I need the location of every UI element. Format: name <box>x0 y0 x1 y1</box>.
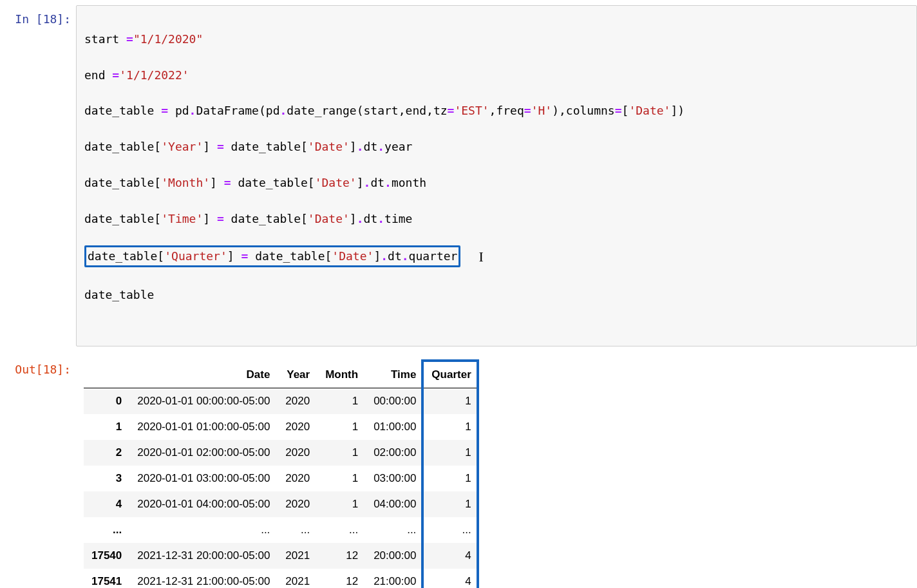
cell-time: 03:00:00 <box>366 466 424 491</box>
cell-month: 12 <box>317 543 366 569</box>
row-index: 1 <box>84 414 129 440</box>
cell-month: 1 <box>317 491 366 517</box>
col-index <box>84 362 129 388</box>
table-row: 175412021-12-31 21:00:00-05:0020211221:0… <box>84 569 479 588</box>
table-row: 22020-01-01 02:00:00-05:002020102:00:001 <box>84 440 479 466</box>
row-index: 17541 <box>84 569 129 588</box>
cell-year: 2021 <box>278 569 317 588</box>
cell-year: 2020 <box>278 491 317 517</box>
dataframe-table: Date Year Month Time Quarter 02020-01-01… <box>84 362 479 588</box>
in-prompt: In [18]: <box>0 5 76 26</box>
cell-month: 1 <box>317 388 366 415</box>
cell-time: 04:00:00 <box>366 491 424 517</box>
code-line-6[interactable]: date_table['Time'] = date_table['Date'].… <box>84 210 909 228</box>
cell-quarter: 4 <box>424 543 478 569</box>
code-line-2[interactable]: end ='1/1/2022' <box>84 66 909 84</box>
cell-date: 2020-01-01 00:00:00-05:00 <box>129 388 278 415</box>
cell-time: 01:00:00 <box>366 414 424 440</box>
col-month: Month <box>317 362 366 388</box>
code-line-1[interactable]: start ="1/1/2020" <box>84 30 909 48</box>
cell-year: 2020 <box>278 414 317 440</box>
output-cell: Out[18]: Date Year Month Time Quarter <box>0 356 917 588</box>
dataframe-wrap: Date Year Month Time Quarter 02020-01-01… <box>84 362 479 588</box>
col-time: Time <box>366 362 424 388</box>
table-header-row: Date Year Month Time Quarter <box>84 362 479 388</box>
cell-time: 20:00:00 <box>366 543 424 569</box>
highlight-box-code: date_table['Quarter'] = date_table['Date… <box>84 245 460 267</box>
row-index: 0 <box>84 388 129 415</box>
table-row: 32020-01-01 03:00:00-05:002020103:00:001 <box>84 466 479 491</box>
code-line-5[interactable]: date_table['Month'] = date_table['Date']… <box>84 174 909 192</box>
cell-quarter: 1 <box>424 466 478 491</box>
cell-time: 02:00:00 <box>366 440 424 466</box>
col-year: Year <box>278 362 317 388</box>
col-date: Date <box>129 362 278 388</box>
table-row: 02020-01-01 00:00:00-05:002020100:00:001 <box>84 388 479 415</box>
cell-date: 2020-01-01 02:00:00-05:00 <box>129 440 278 466</box>
cell-quarter: 1 <box>424 388 478 415</box>
table-row: .................. <box>84 517 479 543</box>
row-index: 17540 <box>84 543 129 569</box>
cell-time: ... <box>366 517 424 543</box>
input-cell: In [18]: start ="1/1/2020" end ='1/1/202… <box>0 5 917 346</box>
cell-date: 2020-01-01 03:00:00-05:00 <box>129 466 278 491</box>
cell-time: 00:00:00 <box>366 388 424 415</box>
cell-quarter: ... <box>424 517 478 543</box>
cell-year: 2020 <box>278 388 317 415</box>
output-area: Date Year Month Time Quarter 02020-01-01… <box>76 356 917 588</box>
cell-year: 2020 <box>278 440 317 466</box>
cell-date: ... <box>129 517 278 543</box>
cell-year: 2020 <box>278 466 317 491</box>
cell-year: 2021 <box>278 543 317 569</box>
cell-quarter: 4 <box>424 569 478 588</box>
table-row: 42020-01-01 04:00:00-05:002020104:00:001 <box>84 491 479 517</box>
cell-month: 1 <box>317 440 366 466</box>
cell-time: 21:00:00 <box>366 569 424 588</box>
code-editor[interactable]: start ="1/1/2020" end ='1/1/2022' date_t… <box>76 5 917 346</box>
notebook: In [18]: start ="1/1/2020" end ='1/1/202… <box>0 0 917 588</box>
row-index: 4 <box>84 491 129 517</box>
code-line-4[interactable]: date_table['Year'] = date_table['Date'].… <box>84 138 909 156</box>
cell-year: ... <box>278 517 317 543</box>
row-index: 2 <box>84 440 129 466</box>
out-prompt: Out[18]: <box>0 356 76 377</box>
cell-date: 2021-12-31 20:00:00-05:00 <box>129 543 278 569</box>
cell-date: 2020-01-01 01:00:00-05:00 <box>129 414 278 440</box>
cell-quarter: 1 <box>424 414 478 440</box>
cell-date: 2021-12-31 21:00:00-05:00 <box>129 569 278 588</box>
cell-month: 1 <box>317 466 366 491</box>
cell-month: ... <box>317 517 366 543</box>
text-cursor-icon: I <box>478 246 483 268</box>
table-row: 12020-01-01 01:00:00-05:002020101:00:001 <box>84 414 479 440</box>
col-quarter: Quarter <box>424 362 478 388</box>
row-index: ... <box>84 517 129 543</box>
cell-date: 2020-01-01 04:00:00-05:00 <box>129 491 278 517</box>
code-line-8[interactable]: date_table <box>84 286 909 304</box>
cell-quarter: 1 <box>424 440 478 466</box>
code-line-3[interactable]: date_table = pd.DataFrame(pd.date_range(… <box>84 102 909 120</box>
cell-month: 1 <box>317 414 366 440</box>
table-row: 175402021-12-31 20:00:00-05:0020211220:0… <box>84 543 479 569</box>
row-index: 3 <box>84 466 129 491</box>
cell-month: 12 <box>317 569 366 588</box>
code-line-7[interactable]: date_table['Quarter'] = date_table['Date… <box>84 246 909 268</box>
cell-quarter: 1 <box>424 491 478 517</box>
